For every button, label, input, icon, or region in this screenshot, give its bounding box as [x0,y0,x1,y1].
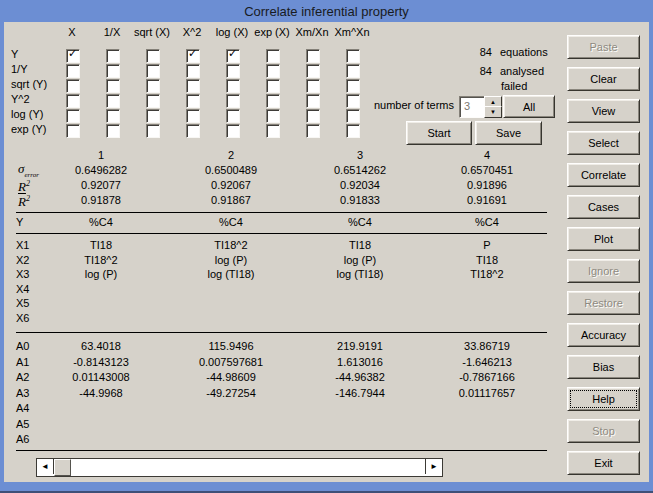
table-cell: 0.92077 [26,179,176,191]
separator-line [16,212,547,213]
table-row-label-a6: A6 [16,433,29,445]
table-row-label-x4: X4 [16,283,29,295]
table-cell: log (P) [156,254,306,266]
result-column-number: 4 [412,149,562,161]
table-cell: 0.6570451 [412,164,562,176]
table-cell: TI18 [412,254,562,266]
left-arrow-icon: ◄ [41,463,49,471]
table-cell: 0.007597681 [156,356,306,368]
table-row-label-a4: A4 [16,402,29,414]
table-cell: -1.646213 [412,356,562,368]
table-cell: 63.4018 [26,340,176,352]
result-column-number: 2 [156,149,306,161]
dialog-client-area: X1/Xsqrt (X)X^2log (X)exp (X)Xm/XnXm^XnY… [4,22,649,482]
table-row-label-x5: X5 [16,297,29,309]
table-cell: 0.91867 [156,194,306,206]
table-cell: 0.01117657 [412,387,562,399]
table-cell: TI18^2 [156,239,306,251]
table-cell: TI18^2 [26,254,176,266]
scroll-right-button[interactable]: ► [425,459,442,474]
table-cell: -49.27254 [156,387,306,399]
result-column-number: 1 [26,149,176,161]
scroll-left-button[interactable]: ◄ [37,459,54,474]
separator-line [16,450,547,451]
table-cell: %C4 [412,216,562,228]
table-cell: log (P) [26,268,176,280]
table-cell: 115.9496 [156,340,306,352]
table-cell: -44.9968 [26,387,176,399]
table-row-label-x6: X6 [16,312,29,324]
horizontal-scrollbar[interactable]: ◄ ► [36,458,443,477]
table-cell: -0.8143123 [26,356,176,368]
right-arrow-icon: ► [430,463,438,471]
table-cell: log (TI18) [156,268,306,280]
table-cell: %C4 [26,216,176,228]
table-cell: 0.01143008 [26,371,176,383]
table-cell: P [412,239,562,251]
table-cell: 0.91691 [412,194,562,206]
table-cell: 33.86719 [412,340,562,352]
table-cell: %C4 [156,216,306,228]
table-cell: 0.92067 [156,179,306,191]
table-cell: TI18^2 [412,268,562,280]
window-title: Correlate inferential property [244,4,409,19]
table-cell: -0.7867166 [412,371,562,383]
separator-line [16,233,547,234]
table-cell: 0.91896 [412,179,562,191]
table-cell: 0.91878 [26,194,176,206]
table-cell: -44.98609 [156,371,306,383]
table-cell: TI18 [26,239,176,251]
table-row-label-a5: A5 [16,418,29,430]
table-cell: 0.6496282 [26,164,176,176]
correlate-dialog: Correlate inferential property X1/Xsqrt … [0,0,653,493]
results-table: 1234σerror0.64962820.65004890.65142620.6… [4,22,649,482]
scrollbar-thumb[interactable] [54,459,71,476]
table-row-label-y: Y [16,216,23,228]
table-cell: 0.6500489 [156,164,306,176]
separator-line [16,332,547,333]
titlebar: Correlate inferential property [0,0,653,22]
